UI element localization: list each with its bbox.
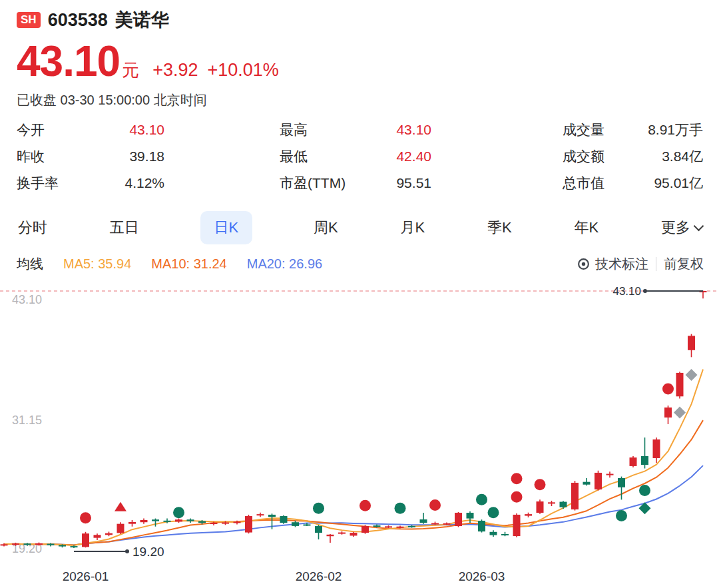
- x-axis-label: 2026-02: [289, 569, 349, 584]
- signal-circle-marker: [511, 473, 523, 484]
- candle-body: [385, 526, 392, 527]
- stat-row: 今开43.10: [17, 121, 164, 139]
- x-axis-label: 2026-01: [56, 569, 116, 584]
- candle-body: [24, 543, 31, 545]
- stock-name: 美诺华: [115, 8, 169, 32]
- tab-年K[interactable]: 年K: [573, 211, 600, 244]
- candle-body: [595, 473, 602, 489]
- stat-label: 最低: [280, 147, 308, 166]
- tab-分时[interactable]: 分时: [17, 211, 49, 244]
- adjust-mode-button[interactable]: 前复权: [664, 255, 704, 273]
- stat-label: 换手率: [17, 174, 59, 192]
- candle-body: [606, 474, 614, 475]
- signal-circle-marker: [488, 507, 499, 518]
- tab-label: 年K: [574, 218, 599, 238]
- candle-body: [641, 456, 648, 465]
- stat-row: 总市值95.01亿: [563, 174, 703, 192]
- signal-circle-marker: [639, 485, 650, 496]
- candle-body: [82, 533, 89, 547]
- candle-body: [117, 524, 124, 533]
- candle-body: [350, 533, 358, 535]
- signal-circle-marker: [662, 383, 674, 394]
- candle-body: [583, 482, 591, 485]
- stats-column: 成交量8.91万手成交额3.84亿总市值95.01亿: [563, 121, 703, 192]
- stat-row: 昨收39.18: [17, 147, 164, 166]
- candlestick-chart[interactable]: 43.1031.1519.2043.1019.202026-012026-022…: [0, 283, 719, 588]
- low-annotation-label: 19.20: [132, 545, 164, 559]
- candle-body: [257, 514, 264, 515]
- ma5-line: [4, 370, 703, 545]
- tech-annotation-toggle[interactable]: 技术标注: [577, 255, 648, 273]
- candle-body: [315, 526, 322, 533]
- stat-row: 最低42.40: [280, 147, 431, 166]
- candle-body: [105, 533, 113, 535]
- tab-五日[interactable]: 五日: [109, 211, 140, 244]
- stat-row: 成交量8.91万手: [563, 121, 703, 139]
- signal-circle-marker: [511, 491, 523, 503]
- candle-body: [71, 546, 78, 547]
- stats-grid: 今开43.10昨收39.18换手率4.12%最高43.10最低42.40市盈(T…: [0, 121, 719, 197]
- signal-circle-marker: [313, 503, 324, 514]
- signal-diamond-marker: [686, 369, 698, 381]
- candle-body: [280, 516, 288, 523]
- stat-value: 4.12%: [124, 175, 164, 191]
- signal-circle-marker: [616, 510, 627, 521]
- y-axis-label: 43.10: [12, 293, 42, 306]
- price-change: +3.92: [152, 60, 198, 81]
- tab-label: 季K: [487, 218, 512, 238]
- candle-body: [164, 521, 171, 522]
- adjust-mode-label: 前复权: [664, 255, 704, 273]
- price-change-percent: +10.01%: [207, 60, 278, 81]
- tab-月K[interactable]: 月K: [399, 211, 427, 244]
- candle-body: [408, 526, 415, 527]
- candle-body: [234, 521, 241, 523]
- candle-body: [490, 532, 497, 535]
- chevron-down-icon: [694, 221, 704, 232]
- candle-body: [175, 519, 182, 521]
- tab-季K[interactable]: 季K: [486, 211, 513, 244]
- candle-body: [431, 523, 439, 525]
- candle-body: [187, 519, 194, 521]
- stats-column: 今开43.10昨收39.18换手率4.12%: [17, 121, 164, 192]
- candle-body: [47, 544, 55, 545]
- tab-更多[interactable]: 更多: [660, 211, 704, 244]
- signal-triangle-marker: [115, 502, 126, 511]
- signal-circle-marker: [476, 494, 487, 505]
- candle-body: [12, 543, 19, 545]
- chart-canvas[interactable]: 43.1031.1519.2043.1019.20: [0, 283, 719, 563]
- ma-legend: 均线 MA5: 35.94MA10: 31.24MA20: 26.96: [17, 255, 322, 273]
- stat-value: 43.10: [396, 122, 431, 138]
- signal-diamond-marker: [674, 407, 686, 419]
- candle-body: [152, 519, 159, 521]
- candle-body: [525, 514, 532, 515]
- candle-body: [467, 513, 474, 519]
- current-price: 43.10: [17, 40, 120, 83]
- stat-label: 今开: [17, 121, 45, 139]
- candle-body: [653, 440, 660, 458]
- signal-circle-marker: [429, 499, 441, 511]
- candle-body: [443, 523, 451, 525]
- candle-body: [630, 457, 637, 466]
- high-annotation-label: 43.10: [612, 285, 641, 298]
- candle-body: [94, 535, 101, 537]
- ma-legend-item: MA10: 31.24: [151, 256, 226, 272]
- tab-周K[interactable]: 周K: [312, 211, 340, 244]
- tab-日K[interactable]: 日K: [200, 211, 253, 244]
- stat-label: 成交量: [563, 121, 604, 139]
- signal-circle-marker: [80, 512, 91, 523]
- candle-body: [128, 522, 136, 524]
- stat-value: 95.51: [396, 175, 431, 191]
- ma-legend-item: MA5: 35.94: [63, 256, 131, 272]
- stat-label: 最高: [280, 121, 308, 139]
- market-status: 已收盘 03-30 15:00:00 北京时间: [17, 91, 279, 109]
- candle-body: [198, 521, 206, 523]
- candle-body: [420, 519, 427, 523]
- stat-row: 市盈(TTM)95.51: [280, 174, 431, 192]
- candle-body: [478, 521, 485, 531]
- stat-value: 39.18: [129, 148, 164, 164]
- stat-row: 成交额3.84亿: [563, 147, 703, 166]
- candle-body: [1, 544, 8, 545]
- tab-label: 五日: [110, 218, 139, 238]
- candle-body: [548, 502, 555, 503]
- candle-body: [338, 533, 346, 534]
